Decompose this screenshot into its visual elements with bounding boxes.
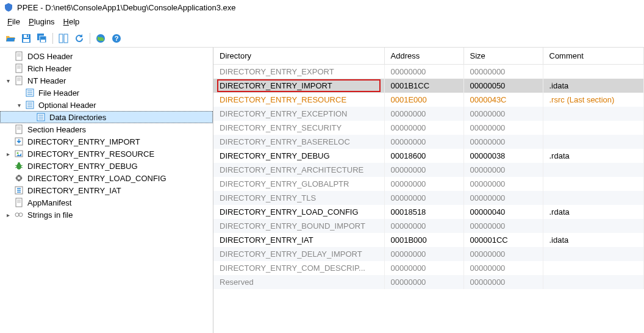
tree-item[interactable]: AppManifest [0,196,213,209]
cell-address: 00000000 [384,191,463,205]
table-row[interactable]: DIRECTORY_ENTRY_ARCHITECTURE000000000000… [213,163,644,177]
table-row[interactable]: DIRECTORY_ENTRY_DELAY_IMPORT000000000000… [213,247,644,261]
cell-comment: .idata [543,233,644,247]
cell-comment [543,177,644,191]
table-row[interactable]: DIRECTORY_ENTRY_RESOURCE0001E0000000043C… [213,93,644,107]
tree-item-label: File Header [37,88,79,98]
cell-size: 00000040 [463,205,543,219]
list-icon [25,88,35,98]
toolbar: ? [0,30,644,48]
tree-item[interactable]: ▾NT Header [0,74,213,87]
col-address[interactable]: Address [384,48,463,65]
cell-size: 00000000 [463,247,543,261]
str-icon [14,210,24,220]
tree-item[interactable]: ▸DIRECTORY_ENTRY_RESOURCE [0,148,213,160]
table-row[interactable]: DIRECTORY_ENTRY_BASERELOC000000000000000… [213,135,644,149]
tree-item-label: DOS Header [26,52,73,61]
col-size[interactable]: Size [463,48,543,65]
toolbar-globe[interactable] [94,32,107,45]
cell-directory: DIRECTORY_ENTRY_RESOURCE [213,93,384,107]
toolbar-sep-2 [90,33,90,44]
cell-size: 00000000 [463,121,543,135]
table-row[interactable]: DIRECTORY_ENTRY_BOUND_IMPORT000000000000… [213,219,644,233]
list-icon [25,100,35,110]
tree-item-label: Data Directories [48,113,106,122]
page-icon [14,198,24,207]
svg-point-56 [15,213,19,217]
cell-address: 00000000 [384,65,463,79]
tree-item-label: DIRECTORY_ENTRY_IAT [26,186,121,195]
toolbar-open[interactable] [4,32,17,45]
toolbar-save-all[interactable] [35,32,49,45]
svg-point-50 [18,177,20,179]
table-row[interactable]: DIRECTORY_ENTRY_IAT0001B000000001CC.idat… [213,233,644,247]
cell-comment: .rdata [543,149,644,163]
toolbar-view[interactable] [57,32,70,45]
table-row[interactable]: DIRECTORY_ENTRY_LOAD_CONFIG0001851800000… [213,205,644,219]
tree-item[interactable]: ▾Optional Header [0,99,213,111]
tree-item[interactable]: DIRECTORY_ENTRY_IMPORT [0,135,213,148]
toolbar-sep-1 [52,33,53,44]
tree-item[interactable]: Data Directories [0,111,213,123]
cell-address: 00000000 [384,135,463,149]
col-comment[interactable]: Comment [543,48,644,65]
cell-address: 00018600 [384,149,463,163]
expander-open-icon[interactable]: ▾ [5,77,12,84]
cell-size: 00000000 [463,65,543,79]
cell-size: 00000050 [463,79,543,93]
cell-address: 00000000 [384,107,463,121]
cfg-icon [14,173,24,183]
table-row[interactable]: Reserved0000000000000000 [213,275,644,289]
titlebar: PPEE - D:\net6\ConsoleApp1\Debug\Console… [0,0,644,15]
tree-item[interactable]: Rich Header [0,62,213,74]
table-row[interactable]: DIRECTORY_ENTRY_EXPORT0000000000000000 [213,65,644,79]
menu-file[interactable]: File [4,16,24,27]
tree-panel[interactable]: DOS HeaderRich Header▾NT HeaderFile Head… [0,48,213,333]
cell-address: 00000000 [384,121,463,135]
res-icon [14,149,24,159]
cell-directory: DIRECTORY_ENTRY_IAT [213,233,384,247]
svg-point-42 [17,152,19,154]
cell-size: 00000038 [463,149,543,163]
tree-item[interactable]: DOS Header [0,50,213,62]
cell-comment: .rsrc (Last section) [543,93,644,107]
menu-plugins[interactable]: Plugins [25,16,59,27]
cell-size: 00000000 [463,191,543,205]
cell-size: 00000000 [463,275,543,289]
toolbar-refresh[interactable] [73,32,86,45]
tree-item[interactable]: ▸Strings in file [0,209,213,221]
table-row[interactable]: DIRECTORY_ENTRY_DEBUG0001860000000038.rd… [213,149,644,163]
table-row[interactable]: DIRECTORY_ENTRY_SECURITY0000000000000000 [213,121,644,135]
tree-item[interactable]: DIRECTORY_ENTRY_IAT [0,184,213,196]
table-row[interactable]: DIRECTORY_ENTRY_GLOBALPTR000000000000000… [213,177,644,191]
cell-comment [543,163,644,177]
cell-address: 0001B1CC [384,79,463,93]
tree-item[interactable]: DIRECTORY_ENTRY_DEBUG [0,160,213,172]
expander-closed-icon[interactable]: ▸ [5,212,12,218]
expander-closed-icon[interactable]: ▸ [5,151,12,157]
table-row[interactable]: DIRECTORY_ENTRY_EXCEPTION000000000000000… [213,107,644,121]
table-row[interactable]: DIRECTORY_ENTRY_IMPORT0001B1CC00000050.i… [213,79,644,93]
tree-item[interactable]: DIRECTORY_ENTRY_LOAD_CONFIG [0,172,213,184]
toolbar-save[interactable] [20,32,33,45]
tree-item[interactable]: File Header [0,87,213,99]
cell-size: 00000000 [463,163,543,177]
cell-address: 00018518 [384,205,463,219]
data-directories-table: Directory Address Size Comment DIRECTORY… [213,48,644,289]
tree-item-label: Rich Header [26,64,71,73]
menu-help[interactable]: Help [60,16,84,27]
cell-size: 0000043C [463,93,543,107]
cell-address: 00000000 [384,177,463,191]
table-row[interactable]: DIRECTORY_ENTRY_TLS0000000000000000 [213,191,644,205]
expander-open-icon[interactable]: ▾ [16,102,23,109]
cell-comment [543,247,644,261]
table-panel[interactable]: Directory Address Size Comment DIRECTORY… [213,48,644,333]
table-row[interactable]: DIRECTORY_ENTRY_COM_DESCRIP...0000000000… [213,261,644,275]
toolbar-help[interactable]: ? [110,32,123,45]
tree-item[interactable]: Section Headers [0,123,213,135]
cell-address: 00000000 [384,247,463,261]
col-directory[interactable]: Directory [213,48,384,65]
tree-item-label: DIRECTORY_ENTRY_LOAD_CONFIG [26,174,166,183]
cell-address: 00000000 [384,219,463,233]
tree-item-label: DIRECTORY_ENTRY_DEBUG [26,162,138,171]
